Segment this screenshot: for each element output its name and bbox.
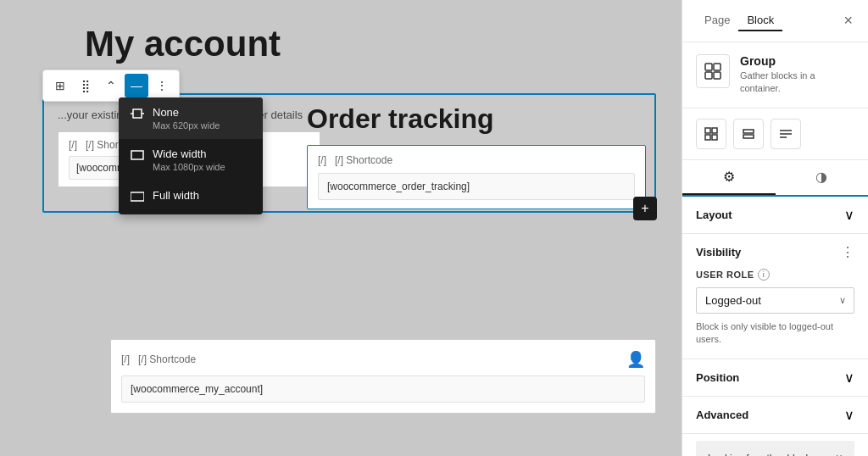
settings-row: ⚙ ◑ (682, 160, 868, 197)
sidebar: Page Block × Group Gather blocks in a co… (682, 0, 868, 456)
svg-rect-9 (705, 128, 710, 133)
svg-rect-7 (705, 72, 712, 79)
visibility-title: Visibility (696, 246, 741, 259)
toolbar-group-btn[interactable]: ⊞ (48, 74, 72, 97)
toolbar-drag-btn[interactable]: ⣿ (74, 74, 97, 97)
svg-rect-8 (714, 72, 721, 79)
svg-rect-11 (705, 135, 710, 140)
svg-rect-14 (743, 135, 754, 138)
tooltip-close-btn[interactable]: × (836, 451, 843, 456)
svg-rect-5 (705, 64, 712, 70)
my-account-value: [woocommerce_my_account] (121, 375, 645, 403)
svg-rect-0 (133, 109, 142, 118)
block-icons-row (682, 108, 868, 160)
order-tracking-container: Order tracking [/] [/] Shortcode [woocom… (307, 103, 646, 209)
visibility-section: Visibility ⋮ USER ROLE i Logged-out Logg… (682, 234, 868, 359)
group-info: Group Gather blocks in a container. (682, 42, 868, 108)
toolbar-align-btn[interactable]: — (125, 74, 148, 97)
settings-tab-style[interactable]: ◑ (776, 160, 869, 195)
tooltip-text: Looking for other block settings? They'v… (708, 451, 829, 456)
block-icon-btn-1[interactable] (696, 119, 726, 149)
canvas-area: My account ⊞ ⣿ ⌃ — ⋮ None Max 620px wide… (0, 0, 682, 456)
width-option-full[interactable]: Full width (119, 181, 263, 214)
block-icon-btn-2[interactable] (733, 119, 764, 149)
my-account-block[interactable]: [/] [/] Shortcode 👤 [woocommerce_my_acco… (110, 339, 656, 414)
order-tracking-shortcode-block[interactable]: [/] [/] Shortcode [woocommerce_order_tra… (307, 145, 646, 209)
user-role-row: USER ROLE i (696, 269, 854, 281)
width-dropdown: None Max 620px wide Wide width Max 1080p… (119, 97, 263, 214)
toolbar-move-btn[interactable]: ⌃ (99, 74, 123, 97)
sidebar-tabs: Page Block (696, 10, 782, 31)
block-icon-btn-3[interactable] (771, 119, 801, 149)
visibility-dots-menu[interactable]: ⋮ (841, 244, 854, 260)
svg-rect-12 (712, 135, 717, 140)
position-chevron: ∨ (844, 370, 854, 386)
role-select[interactable]: Logged-out Logged-in Everyone (696, 287, 854, 314)
role-select-wrapper: Logged-out Logged-in Everyone ∨ (696, 287, 854, 314)
user-role-label: USER ROLE (696, 270, 754, 280)
toolbar-more-btn[interactable]: ⋮ (150, 74, 174, 97)
group-title: Group (740, 54, 854, 68)
visibility-note: Block is only visible to logged-out user… (696, 320, 854, 347)
layout-chevron: ∨ (844, 207, 854, 223)
tab-page[interactable]: Page (696, 10, 738, 31)
position-label: Position (696, 371, 739, 384)
add-block-btn[interactable]: + (633, 197, 657, 220)
group-icon (696, 54, 730, 88)
user-icon: 👤 (626, 350, 645, 369)
position-section[interactable]: Position ∨ (682, 359, 868, 397)
width-full-text: Full width (153, 189, 199, 202)
layout-section[interactable]: Layout ∨ (682, 197, 868, 234)
page-title-text: My account (85, 24, 281, 64)
my-account-label: [/] Shortcode (138, 353, 196, 365)
order-tracking-title: Order tracking (307, 103, 646, 135)
page-title: My account (85, 24, 281, 64)
advanced-label: Advanced (696, 409, 748, 421)
user-role-info-icon[interactable]: i (758, 269, 770, 281)
svg-rect-13 (743, 130, 754, 133)
order-shortcode-value: [woocommerce_order_tracking] (318, 173, 635, 200)
width-wide-text: Wide width Max 1080px wide (153, 147, 225, 172)
order-shortcode-header: [/] [/] Shortcode (318, 154, 635, 166)
advanced-section[interactable]: Advanced ∨ (682, 397, 868, 434)
visibility-header: Visibility ⋮ (696, 234, 854, 269)
svg-rect-6 (714, 64, 721, 70)
order-shortcode-label: [/] Shortcode (335, 154, 392, 166)
width-wide-icon (131, 149, 144, 164)
sidebar-header: Page Block × (682, 0, 868, 42)
tab-block[interactable]: Block (738, 10, 782, 31)
settings-tab-gear[interactable]: ⚙ (682, 160, 776, 195)
layout-label: Layout (696, 209, 732, 221)
width-none-text: None Max 620px wide (153, 106, 220, 131)
group-desc: Gather blocks in a container. (740, 70, 854, 96)
width-none-icon (131, 108, 144, 123)
width-option-wide[interactable]: Wide width Max 1080px wide (119, 139, 263, 181)
svg-rect-3 (131, 151, 143, 159)
width-full-icon (131, 191, 144, 206)
sidebar-close-btn[interactable]: × (842, 10, 854, 31)
tooltip-box: Looking for other block settings? They'v… (696, 441, 854, 456)
svg-rect-10 (712, 128, 717, 133)
width-option-none[interactable]: None Max 620px wide (119, 97, 263, 139)
my-account-shortcode-header: [/] [/] Shortcode (121, 353, 196, 365)
svg-rect-4 (131, 192, 144, 201)
group-info-text: Group Gather blocks in a container. (740, 54, 854, 96)
my-account-header: [/] [/] Shortcode 👤 (121, 350, 645, 369)
advanced-chevron: ∨ (844, 407, 854, 423)
